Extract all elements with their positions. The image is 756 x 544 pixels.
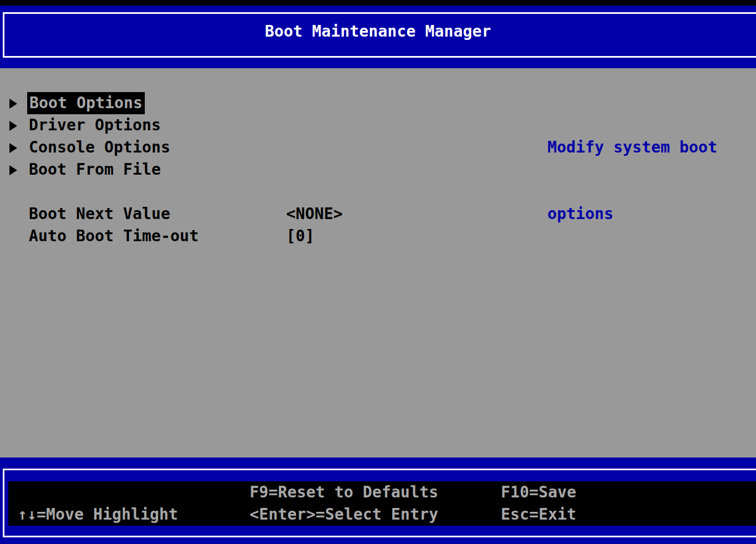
main-panel: Boot Options Driver Options Console Opti… [0,68,756,457]
hotkey-move-highlight: ↑↓=Move Highlight [18,504,178,526]
submenu-arrow-icon [9,121,17,131]
title-bar: Boot Maintenance Manager [0,6,756,68]
field-value[interactable]: [0] [286,225,314,247]
menu-item-label[interactable]: Console Options [29,136,170,159]
field-value[interactable]: <NONE> [286,203,343,225]
menu-item-label[interactable]: Driver Options [29,114,161,136]
submenu-arrow-icon [9,165,17,175]
hotkey-row: F9=Reset to Defaults F10=Save [8,481,756,504]
hotkey-bar: F9=Reset to Defaults F10=Save ↑↓=Move Hi… [0,457,756,544]
menu-item-label[interactable]: Boot From File [29,159,161,181]
field-label: Auto Boot Time-out [29,225,199,247]
hotkey-enter-select: <Enter>=Select Entry [250,504,438,526]
menu-item-label[interactable]: Boot Options [27,92,145,114]
bios-screen: Boot Maintenance Manager Boot Options Dr… [0,0,756,544]
hotkey-f9-reset: F9=Reset to Defaults [250,481,438,504]
submenu-arrow-icon [9,99,17,109]
hotkey-esc-exit: Esc=Exit [501,504,576,526]
help-text-line: Modify system boot [547,136,717,159]
item-help-text: Modify system boot options [547,92,717,270]
hotkey-f10-save: F10=Save [501,481,576,504]
page-title: Boot Maintenance Manager [0,21,756,43]
hotkey-row: ↑↓=Move Highlight <Enter>=Select Entry E… [8,504,756,526]
submenu-arrow-icon [9,143,17,153]
help-text-line: options [547,203,717,225]
hotkey-box: F9=Reset to Defaults F10=Save ↑↓=Move Hi… [8,481,756,526]
field-label: Boot Next Value [29,203,170,225]
